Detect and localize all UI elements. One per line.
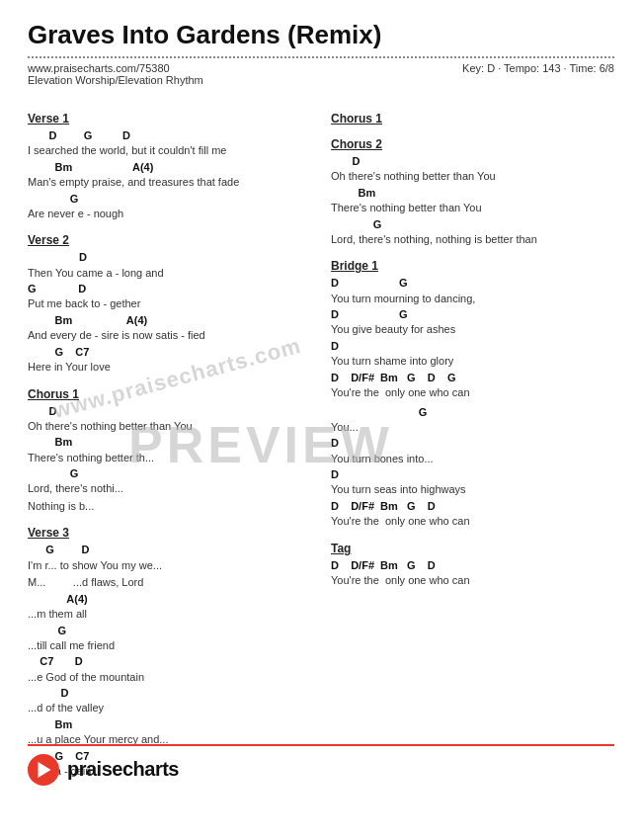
chord-line: D [331,339,614,353]
lyric-line: ...till call me friend [28,637,311,654]
key-tempo-time: Key: D · Tempo: 143 · Time: 6/8 [462,62,614,86]
left-column: Verse 1 D G D I searched the world, but … [28,100,311,784]
chord-line: G [28,466,311,480]
lyric-line: Nothing is b... [28,498,311,515]
content-columns: Verse 1 D G D I searched the world, but … [28,100,614,784]
chord-line: G C7 [28,345,311,359]
right-column: Chorus 1 Chorus 2 D Oh there's nothing b… [331,100,614,784]
meta-row: www.praisecharts.com/75380 Elevation Wor… [28,62,614,86]
lyric-line: Man's empty praise, and treasures that f… [28,174,311,191]
chord-line: Bm A(4) [28,160,311,174]
artist: Elevation Worship/Elevation Rhythm [28,74,203,86]
url-artist: www.praisecharts.com/75380 Elevation Wor… [28,62,203,86]
verse1-label: Verse 1 [28,112,311,126]
divider [28,56,614,58]
chord-line: G [28,624,311,637]
chord-line: Bm [28,435,311,449]
chord-line: D G [331,307,614,321]
verse2-block: D Then You came a - long and G D Put me … [28,250,311,375]
chord-line: C7 D [28,654,311,668]
chorus1-right-label: Chorus 1 [331,112,614,126]
chord-line: G D [28,543,311,556]
lyric-line: Oh there's nothing better than You [331,168,614,185]
lyric-line: There's nothing better than You [331,200,614,216]
tag-block: D D/F# Bm G D You're the only one who ca… [331,558,614,589]
chord-line: D [28,250,311,264]
chorus1-left-label: Chorus 1 [28,387,311,401]
time: Time: 6/8 [570,62,614,74]
chorus2-label: Chorus 2 [331,137,614,151]
lyric-line: You turn bones into... [331,451,614,467]
chord-line: Bm [28,717,311,731]
play-icon [28,754,59,786]
lyric-line: You turn seas into highways [331,481,614,498]
lyric-line: You're the only one who can [331,384,614,401]
lyric-line: M... ...d flaws, Lord [28,574,311,591]
tempo: Tempo: 143 [504,62,560,74]
chord-line: Bm A(4) [28,313,311,327]
lyric-line: You... [331,419,614,436]
chord-line: G [28,192,311,206]
chord-line: D D/F# Bm G D [331,499,614,513]
chord-line: D [331,467,614,481]
chord-line: D G D [28,128,311,142]
verse1-block: D G D I searched the world, but it could… [28,128,311,221]
url: www.praisecharts.com/75380 [28,62,170,74]
chord-line: G [331,217,614,231]
lyric-line: Then You came a - long and [28,265,311,282]
footer: praisecharts [28,744,614,786]
verse2-label: Verse 2 [28,233,311,247]
chord-line: D D/F# Bm G D [331,558,614,572]
chord-line: Bm [331,186,614,200]
lyric-line: You're the only one who can [331,572,614,589]
chorus1-left-block: D Oh there's nothing better than You Bm … [28,404,311,515]
chord-line: D G [331,276,614,290]
title: Graves Into Gardens (Remix) [28,20,614,50]
verse3-label: Verse 3 [28,526,311,540]
chord-line: D [331,154,614,168]
chord-line: D [28,686,311,700]
lyric-line: You turn mourning to dancing, [331,291,614,307]
lyric-line: ...d of the valley [28,700,311,716]
chord-line: G [331,405,614,419]
chord-line: A(4) [28,592,311,606]
chord-line: D D/F# Bm G D G [331,371,614,384]
chord-line: G D [28,282,311,295]
lyric-line: You give beauty for ashes [331,321,614,338]
footer-brand: praisecharts [67,758,179,781]
lyric-line: Are never e - nough [28,206,311,222]
chord-line: D [28,404,311,418]
lyric-line: Put me back to - gether [28,295,311,312]
lyric-line: Lord, there's nothi... [28,480,311,497]
key: Key: D [462,62,495,74]
lyric-line: Here in Your love [28,359,311,376]
tag-label: Tag [331,542,614,555]
lyric-line: I searched the world, but it couldn't fi… [28,142,311,159]
lyric-line: ...e God of the mountain [28,669,311,686]
chord-line: D [331,436,614,450]
lyric-line: Oh there's nothing better than You [28,418,311,435]
lyric-line: Lord, there's nothing, nothing is better… [331,231,614,248]
lyric-line: There's nothing better th... [28,450,311,466]
bridge-cont-block: G You... D You turn bones into... D You … [331,405,614,530]
lyric-line: ...m them all [28,606,311,623]
lyric-line: I'm r... to show You my we... [28,557,311,574]
page: Graves Into Gardens (Remix) www.praisech… [0,0,642,803]
bridge1-label: Bridge 1 [331,259,614,273]
lyric-line: And every de - sire is now satis - fied [28,327,311,344]
chorus2-block: D Oh there's nothing better than You Bm … [331,154,614,247]
bridge1-block: D G You turn mourning to dancing, D G Yo… [331,276,614,400]
lyric-line: You're the only one who can [331,513,614,530]
lyric-line: You turn shame into glory [331,353,614,370]
